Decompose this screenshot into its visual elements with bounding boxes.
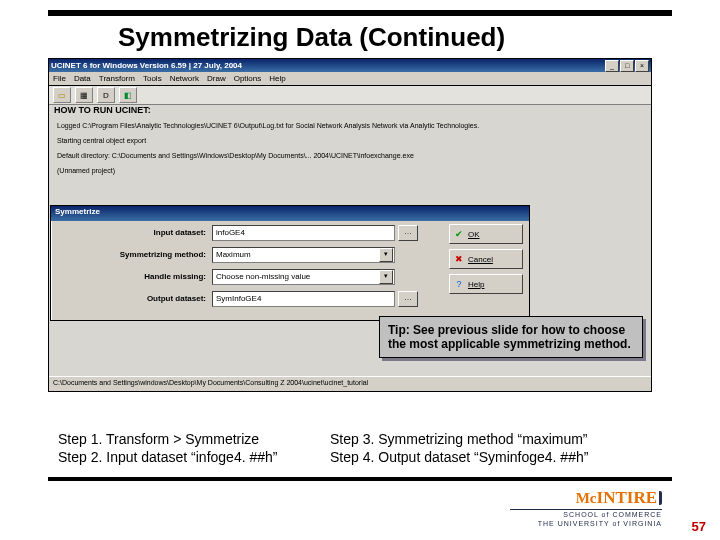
label-input-dataset: Input dataset: <box>51 228 212 237</box>
statusbar: C:\Documents and Settings\windows\Deskto… <box>49 376 651 391</box>
step-4: Step 4. Output dataset “Syminfoge4. ##h” <box>330 448 588 466</box>
dialog-title: Symmetrize <box>51 206 529 221</box>
chevron-down-icon[interactable]: ▾ <box>379 248 393 262</box>
toolbar-button-2[interactable]: ▦ <box>75 87 93 103</box>
close-button[interactable]: × <box>635 60 649 72</box>
help-label: Help <box>468 280 484 289</box>
log-line-1: Logged C:\Program Files\Analytic Technol… <box>57 121 643 130</box>
menubar: File Data Transform Tools Network Draw O… <box>49 72 651 86</box>
menu-draw[interactable]: Draw <box>207 74 226 83</box>
ok-button[interactable]: ✔ OK <box>449 224 523 244</box>
ucinet-window: UCINET 6 for Windows Version 6.59 | 27 J… <box>48 58 652 392</box>
menu-help[interactable]: Help <box>269 74 285 83</box>
chart-icon: ◧ <box>124 91 132 100</box>
cancel-button[interactable]: ✖ Cancel <box>449 249 523 269</box>
logo-sub-2: THE UNIVERSITY of VIRGINIA <box>510 519 662 527</box>
slide-title: Symmetrizing Data (Continued) <box>118 22 505 53</box>
logo-mc: Mc <box>576 490 597 506</box>
document-icon: D <box>103 91 109 100</box>
label-output-dataset: Output dataset: <box>51 294 212 303</box>
x-icon: ✖ <box>454 254 464 264</box>
dialog-body: Input dataset: infoGE4 … Symmetrizing me… <box>51 220 529 320</box>
help-icon: ? <box>454 279 464 289</box>
step-3: Step 3. Symmetrizing method “maximum” <box>330 430 588 448</box>
help-button[interactable]: ? Help <box>449 274 523 294</box>
steps-left-column: Step 1. Transform > Symmetrize Step 2. I… <box>58 430 278 466</box>
menu-tools[interactable]: Tools <box>143 74 162 83</box>
toolbar: ▭ ▦ D ◧ <box>49 86 651 105</box>
menu-network[interactable]: Network <box>170 74 199 83</box>
check-icon: ✔ <box>454 229 464 239</box>
tip-callout: Tip: See previous slide for how to choos… <box>379 316 643 358</box>
minimize-button[interactable]: _ <box>605 60 619 72</box>
dialog-button-column: ✔ OK ✖ Cancel ? Help <box>449 224 523 294</box>
page-number: 57 <box>692 519 706 534</box>
top-rule <box>48 10 672 16</box>
label-method: Symmetrizing method: <box>51 250 212 259</box>
menu-transform[interactable]: Transform <box>99 74 135 83</box>
log-line-4: (Unnamed project) <box>57 166 643 175</box>
logo-brand: McINTIRE <box>510 488 662 508</box>
toolbar-button-4[interactable]: ◧ <box>119 87 137 103</box>
field-input-dataset[interactable]: infoGE4 <box>212 225 395 241</box>
step-2: Step 2. Input dataset “infoge4. ##h” <box>58 448 278 466</box>
logo-intire: INTIRE <box>597 488 657 507</box>
log-line-3: Default directory: C:\Documents and Sett… <box>57 151 643 160</box>
field-method-value: Maximum <box>216 248 379 262</box>
menu-file[interactable]: File <box>53 74 66 83</box>
chevron-down-icon[interactable]: ▾ <box>379 270 393 284</box>
field-missing[interactable]: Choose non-missing value ▾ <box>212 269 395 285</box>
log-line-2: Starting central object export <box>57 136 643 145</box>
steps-right-column: Step 3. Symmetrizing method “maximum” St… <box>330 430 588 466</box>
symmetrize-dialog: Symmetrize Input dataset: infoGE4 … Symm… <box>50 205 530 321</box>
bottom-rule <box>48 477 672 481</box>
browse-input-button[interactable]: … <box>398 225 418 241</box>
step-1: Step 1. Transform > Symmetrize <box>58 430 278 448</box>
label-missing: Handle missing: <box>51 272 212 281</box>
folder-icon: ▭ <box>58 91 66 100</box>
toolbar-button-1[interactable]: ▭ <box>53 87 71 103</box>
window-titlebar: UCINET 6 for Windows Version 6.59 | 27 J… <box>49 59 651 72</box>
browse-output-button[interactable]: … <box>398 291 418 307</box>
toolbar-button-3[interactable]: D <box>97 87 115 103</box>
maximize-button[interactable]: □ <box>620 60 634 72</box>
field-missing-value: Choose non-missing value <box>216 270 379 284</box>
logo-sub-1: SCHOOL of COMMERCE <box>510 509 662 518</box>
field-output-dataset[interactable]: SymInfoGE4 <box>212 291 395 307</box>
mcintire-logo: McINTIRE SCHOOL of COMMERCE THE UNIVERSI… <box>510 488 662 527</box>
cancel-label: Cancel <box>468 255 493 264</box>
menu-options[interactable]: Options <box>234 74 262 83</box>
log-text: Logged C:\Program Files\Analytic Technol… <box>57 121 643 181</box>
content-header: HOW TO RUN UCINET: <box>54 105 151 115</box>
sheet-icon: ▦ <box>80 91 88 100</box>
menu-data[interactable]: Data <box>74 74 91 83</box>
ok-label: OK <box>468 230 480 239</box>
window-title: UCINET 6 for Windows Version 6.59 | 27 J… <box>51 61 604 70</box>
field-method[interactable]: Maximum ▾ <box>212 247 395 263</box>
logo-bar-icon <box>659 491 662 505</box>
